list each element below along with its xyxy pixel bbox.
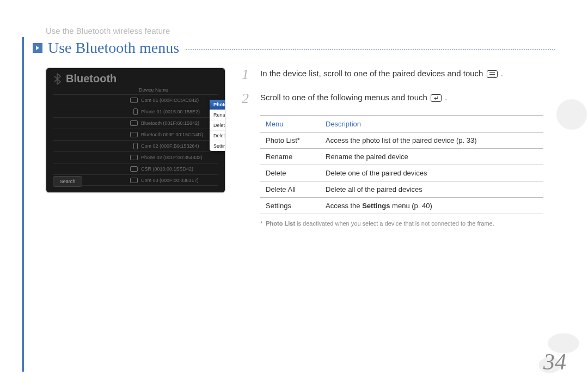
menu-cell: Photo List* (260, 132, 320, 149)
step-2: 2 Scroll to one of the following menus a… (242, 92, 525, 106)
page-number: 34 (543, 349, 566, 375)
menu-cell: Settings (260, 198, 320, 214)
device-screenshot: Bluetooth Device Name Com 01 (000F:CC:AC… (46, 68, 225, 193)
context-menu-item[interactable]: Settings (210, 141, 225, 151)
description-cell: Delete all of the paired devices (320, 181, 543, 198)
description-cell: Delete one of the paired devices (320, 165, 543, 181)
context-menu-item[interactable]: Delete (210, 120, 225, 131)
bt-device-row[interactable]: Com 02 (000F:B9:153264) (53, 140, 218, 151)
instructions: 1 In the device list, scroll to one of t… (242, 68, 525, 228)
menu-cell: Delete All (260, 181, 320, 198)
computer-icon (130, 178, 138, 183)
table-row: DeleteDelete one of the paired devices (260, 165, 543, 181)
footnote: * Photo List is deactivated when you sel… (260, 220, 525, 228)
computer-icon (130, 120, 138, 126)
bt-screen-title: Bluetooth (66, 72, 117, 85)
step1-text-tail: . (501, 69, 503, 78)
description-cell: Access the Settings menu (p. 40) (320, 198, 543, 214)
bt-device-name: Com 01 (000F:CC:AC842) (141, 98, 199, 103)
footnote-bold: Photo List (266, 220, 295, 227)
bt-device-row[interactable]: CSR (0010:00:1SSD42) (53, 163, 218, 174)
bt-device-row[interactable]: Phone 01 (0015:00:158E2) (53, 106, 218, 117)
table-row: Delete AllDelete all of the paired devic… (260, 181, 543, 198)
bt-device-name: Bluetooth (001F:60:15842) (141, 120, 199, 126)
bt-device-name: Com 03 (000F:00:038317) (141, 178, 199, 183)
bt-header: Bluetooth (46, 68, 225, 87)
dotted-rule (186, 49, 555, 50)
table-row: SettingsAccess the Settings menu (p. 40) (260, 198, 543, 214)
step2-text-tail: . (445, 93, 447, 102)
bt-device-name: Phone 02 (001F:00:354832) (141, 155, 203, 160)
step-number: 1 (242, 68, 253, 82)
context-menu-item[interactable]: Rename (210, 110, 225, 120)
table-head-desc: Description (320, 116, 543, 132)
bluetooth-icon (53, 73, 62, 85)
bt-device-row[interactable]: Bluetooth (001F:60:15842) (53, 117, 218, 129)
enter-button-icon (431, 94, 442, 102)
computer-icon (130, 166, 138, 172)
left-accent-bar (22, 37, 24, 372)
svg-marker-0 (36, 46, 39, 50)
page-title: Use Bluetooth menus (48, 39, 179, 57)
heading-row: Use Bluetooth menus (33, 39, 555, 57)
bt-device-name: Bluetooth 000F:00:15CG4D) (141, 132, 203, 137)
context-menu: Photo ListRenameDeleteDelete AllSettings (210, 100, 225, 151)
step-number: 2 (242, 92, 253, 106)
menu-description-table: Menu Description Photo List*Access the p… (260, 116, 543, 214)
heading-bullet-icon (33, 43, 42, 53)
table-head-menu: Menu (260, 116, 320, 132)
computer-icon (130, 155, 138, 160)
bt-device-row[interactable]: Bluetooth 000F:00:15CG4D) (53, 129, 218, 140)
bt-device-row[interactable]: Phone 02 (001F:00:354832) (53, 151, 218, 163)
phone-icon (133, 108, 138, 115)
menu-cell: Delete (260, 165, 320, 181)
footnote-tail: is deactivated when you select a device … (295, 220, 494, 227)
bt-device-name: Com 02 (000F:B9:153264) (141, 143, 199, 149)
context-menu-item[interactable]: Photo List (210, 100, 225, 110)
step1-text-lead: In the device list, scroll to one of the… (260, 69, 486, 78)
manual-page: Use the Bluetooth wireless feature Use B… (0, 0, 588, 388)
step-1: 1 In the device list, scroll to one of t… (242, 68, 525, 82)
step-text: In the device list, scroll to one of the… (260, 68, 503, 82)
bt-device-row[interactable]: Com 01 (000F:CC:AC842) (53, 94, 218, 106)
table-row: Photo List*Access the photo list of the … (260, 132, 543, 149)
phone-icon (133, 143, 138, 149)
content-row: Bluetooth Device Name Com 01 (000F:CC:AC… (46, 68, 555, 228)
search-button[interactable]: Search (53, 176, 82, 187)
step-text: Scroll to one of the following menus and… (260, 92, 447, 106)
step2-text-lead: Scroll to one of the following menus and… (260, 93, 430, 102)
footnote-text: Photo List is deactivated when you selec… (266, 220, 494, 228)
description-cell: Access the photo list of the paired devi… (320, 132, 543, 149)
table-row: RenameRename the paired device (260, 149, 543, 165)
computer-icon (130, 98, 138, 103)
description-cell: Rename the paired device (320, 149, 543, 165)
bt-device-list: Com 01 (000F:CC:AC842)Phone 01 (0015:00:… (46, 94, 225, 186)
bt-column-header: Device Name (46, 87, 225, 94)
bt-device-name: Phone 01 (0015:00:158E2) (141, 109, 200, 114)
footnote-asterisk: * (260, 220, 262, 228)
context-menu-item[interactable]: Delete All (210, 131, 225, 141)
bt-device-name: CSR (0010:00:1SSD42) (141, 166, 193, 172)
breadcrumb: Use the Bluetooth wireless feature (46, 26, 170, 35)
menu-cell: Rename (260, 149, 320, 165)
menu-button-icon (487, 70, 498, 78)
computer-icon (130, 132, 138, 137)
